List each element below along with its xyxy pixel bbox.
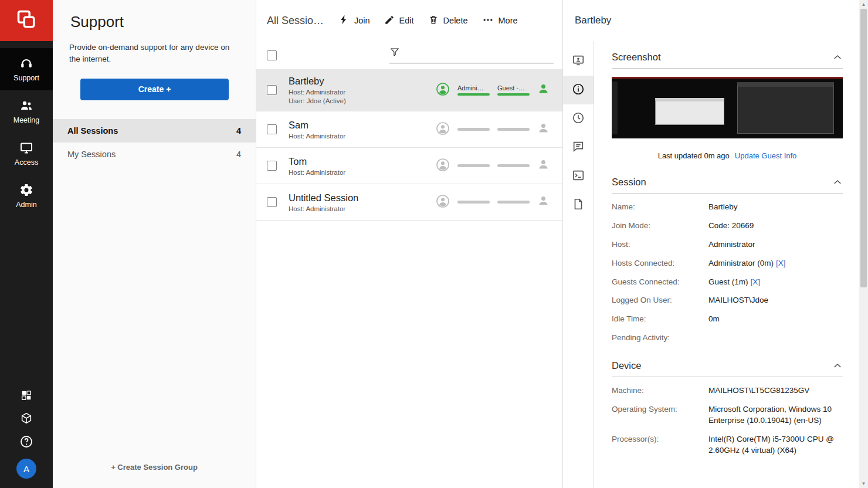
- trash-icon: [428, 14, 439, 27]
- field-row: Join Mode: Code: 20669: [612, 221, 843, 232]
- host-disconnected-icon: [436, 194, 450, 211]
- field-label: Operating System:: [612, 404, 708, 426]
- help-icon[interactable]: [19, 435, 33, 449]
- monitor-icon: [19, 141, 33, 155]
- tab-info[interactable]: [563, 76, 594, 104]
- session-status: [436, 121, 550, 138]
- disconnect-link[interactable]: [X]: [776, 259, 786, 267]
- app-logo[interactable]: [0, 0, 53, 41]
- field-label: Guests Connected:: [612, 277, 708, 288]
- detail-tab-strip: [563, 41, 594, 488]
- sidebar-item-label: Access: [15, 158, 38, 167]
- session-checkbox[interactable]: [267, 85, 277, 95]
- page-description: Provide on-demand support for any device…: [69, 42, 238, 66]
- sidebar-item-meeting[interactable]: Meeting: [0, 90, 53, 133]
- field-value: Administrator (0m): [708, 259, 774, 267]
- field-row: Pending Activity:: [612, 333, 843, 344]
- edit-button[interactable]: Edit: [384, 15, 414, 27]
- screenshot-thumbnail[interactable]: [612, 77, 843, 138]
- extensions-icon[interactable]: [20, 389, 33, 402]
- session-section: Session Name: Bartleby Join Mode: Code: …: [612, 177, 843, 344]
- session-fields: Name: Bartleby Join Mode: Code: 20669 Ho…: [612, 202, 843, 344]
- create-session-button[interactable]: Create +: [80, 79, 229, 100]
- document-icon: [572, 198, 585, 213]
- session-row-bartleby[interactable]: Bartleby Host: Administrator User: Jdoe …: [256, 69, 562, 111]
- session-row-sam[interactable]: Sam Host: Administrator: [256, 111, 562, 148]
- screenshot-caption: Last updated 0m ago Update Guest Info: [612, 151, 843, 160]
- session-host: Host: Administrator: [289, 205, 358, 212]
- tab-screenshot[interactable]: [563, 47, 594, 76]
- session-host: Host: Administrator: [289, 169, 345, 176]
- filter-input[interactable]: [404, 51, 554, 60]
- screenshot-section: Screenshot Last updated 0m ago Update Gu…: [612, 52, 843, 160]
- guest-connection-bar: [497, 93, 530, 96]
- group-my-sessions[interactable]: My Sessions 4: [53, 143, 256, 166]
- collapse-chevron-icon[interactable]: [832, 361, 843, 371]
- main-sidebar: Support Meeting Access Admin A: [0, 0, 53, 488]
- field-row: Idle Time: 0m: [612, 314, 843, 325]
- session-checkbox[interactable]: [267, 161, 277, 171]
- update-guest-info-link[interactable]: Update Guest Info: [735, 151, 797, 160]
- tab-notes[interactable]: [563, 191, 594, 219]
- session-rows: Bartleby Host: Administrator User: Jdoe …: [256, 69, 562, 488]
- session-name: Sam: [289, 120, 345, 131]
- field-value: 0m: [708, 314, 720, 323]
- session-info: Untitled Session Host: Administrator: [289, 192, 358, 212]
- sidebar-item-label: Admin: [16, 201, 36, 209]
- group-all-sessions[interactable]: All Sessions 4: [53, 119, 256, 143]
- collapse-chevron-icon[interactable]: [832, 52, 843, 63]
- sidebar-item-admin[interactable]: Admin: [0, 175, 53, 217]
- more-button[interactable]: More: [482, 14, 518, 28]
- field-row: Machine: MAILHOST\LT5CG81235GV: [612, 385, 843, 396]
- field-row: Hosts Connected: Administrator (0m)[X]: [612, 258, 843, 269]
- disconnect-link[interactable]: [X]: [751, 277, 761, 286]
- session-row-untitled[interactable]: Untitled Session Host: Administrator: [256, 184, 562, 221]
- session-name: Bartleby: [289, 76, 346, 87]
- field-row: Operating System: Microsoft Corporation,…: [612, 404, 843, 426]
- host-connection-bar: [457, 93, 490, 96]
- scroll-up-arrow[interactable]: ▲: [859, 0, 868, 9]
- session-host: Host: Administrator: [289, 89, 346, 96]
- tab-commands[interactable]: [563, 162, 594, 191]
- guest-connection-bar: [497, 128, 530, 131]
- select-all-checkbox[interactable]: [267, 50, 277, 60]
- sidebar-item-support[interactable]: Support: [0, 48, 53, 90]
- field-label: Pending Activity:: [612, 333, 708, 344]
- toolbox-cube-icon[interactable]: [20, 412, 33, 425]
- session-row-tom[interactable]: Tom Host: Administrator: [256, 148, 562, 184]
- join-button[interactable]: Join: [338, 14, 370, 27]
- sidebar-item-access[interactable]: Access: [0, 133, 53, 175]
- group-label: All Sessions: [67, 126, 118, 135]
- filter-field[interactable]: [389, 47, 554, 63]
- info-icon: [572, 83, 585, 98]
- session-checkbox[interactable]: [267, 124, 277, 134]
- guest-connection-bar: [497, 201, 530, 204]
- group-count: 4: [236, 150, 241, 159]
- collapse-chevron-icon[interactable]: [832, 177, 843, 188]
- field-value: MAILHOST\Jdoe: [708, 296, 768, 304]
- field-label: Hosts Connected:: [612, 258, 708, 269]
- filter-funnel-icon: [389, 47, 400, 60]
- monitor-user-icon: [572, 54, 585, 69]
- field-row: Logged On User: MAILHOST\Jdoe: [612, 295, 843, 306]
- create-session-group-link[interactable]: + Create Session Group: [53, 463, 256, 472]
- toolbar-actions: Join Edit Delete More: [338, 14, 518, 28]
- user-avatar[interactable]: A: [16, 459, 36, 479]
- session-checkbox[interactable]: [267, 197, 277, 207]
- host-connection-column: Admini…: [457, 84, 490, 96]
- tab-messages[interactable]: [563, 133, 594, 162]
- session-toolbar: All Sessio… Join Edit Delete More: [256, 0, 562, 41]
- tab-timeline[interactable]: [563, 104, 594, 133]
- toolbar-title: All Sessio…: [267, 15, 338, 27]
- delete-button[interactable]: Delete: [428, 14, 468, 27]
- field-value: Bartleby: [708, 202, 738, 211]
- terminal-icon: [572, 169, 585, 184]
- session-list-header: [256, 41, 562, 69]
- session-host: Host: Administrator: [289, 133, 345, 140]
- field-value: Microsoft Corporation, Windows 10 Enterp…: [708, 404, 843, 426]
- scroll-down-arrow[interactable]: ▼: [859, 479, 868, 488]
- field-row: Host: Administrator: [612, 239, 843, 250]
- scrollbar-thumb[interactable]: [860, 9, 867, 287]
- vertical-scrollbar[interactable]: ▲ ▼: [859, 0, 868, 488]
- guest-connection-bar: [497, 164, 530, 167]
